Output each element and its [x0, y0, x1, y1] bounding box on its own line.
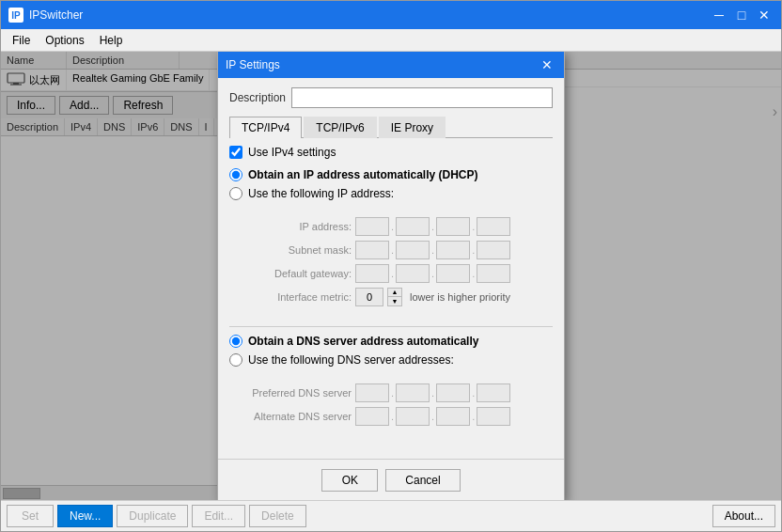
gw-octet-1: [355, 264, 389, 283]
gateway-inputs: . . .: [355, 264, 510, 283]
ip-fields-group: IP address: . . .: [248, 217, 553, 311]
tabs-row: TCP/IPv4 TCP/IPv6 IE Proxy: [229, 116, 553, 138]
dns-fields-group: Preferred DNS server . . .: [248, 383, 553, 430]
menu-options[interactable]: Options: [38, 32, 91, 49]
gateway-row: Default gateway: . . .: [248, 264, 553, 283]
ip-settings-modal: IP Settings ✕ Description TCP/IPv4 TCP/I…: [217, 52, 565, 500]
subnet-mask-row: Subnet mask: . . .: [248, 241, 553, 259]
preferred-dns-row: Preferred DNS server . . .: [248, 383, 553, 402]
dns-manual-label[interactable]: Use the following DNS server addresses:: [248, 353, 454, 367]
title-bar: IP IPSwitcher ─ □ ✕: [1, 1, 781, 29]
tab-tcp-ipv4[interactable]: TCP/IPv4: [229, 117, 302, 138]
gw-octet-2: [396, 264, 430, 283]
manual-ip-radio[interactable]: [229, 187, 242, 200]
description-input[interactable]: [291, 87, 553, 108]
ip-address-label: IP address:: [248, 221, 352, 232]
adns-octet-2: [396, 407, 430, 426]
ip-octet-3: [436, 217, 470, 236]
dns-auto-row: Obtain a DNS server address automaticall…: [229, 335, 553, 348]
main-window: IP IPSwitcher ─ □ ✕ File Options Help Na…: [0, 0, 782, 532]
subnet-mask-inputs: . . .: [355, 241, 510, 259]
dns-radio-section: Obtain a DNS server address automaticall…: [229, 335, 553, 372]
bottom-bar-right: About...: [712, 505, 775, 527]
pdns-octet-1: [355, 383, 389, 402]
bottom-bar-left: Set New... Duplicate Edit... Delete: [7, 505, 306, 527]
dhcp-radio[interactable]: [229, 168, 242, 181]
gw-octet-4: [477, 264, 510, 283]
use-ipv4-label[interactable]: Use IPv4 settings: [248, 146, 336, 159]
menu-help[interactable]: Help: [92, 32, 131, 49]
set-button[interactable]: Set: [7, 505, 54, 527]
alternate-dns-label: Alternate DNS server: [248, 411, 352, 422]
dns-auto-radio[interactable]: [229, 335, 242, 348]
pdns-octet-4: [477, 383, 510, 402]
modal-footer: OK Cancel: [218, 459, 564, 501]
alternate-dns-inputs: . . .: [355, 407, 510, 426]
dhcp-label[interactable]: Obtain an IP address automatically (DHCP…: [248, 168, 478, 181]
close-button[interactable]: ✕: [755, 6, 774, 24]
adns-octet-4: [477, 407, 510, 426]
ok-button[interactable]: OK: [321, 469, 378, 492]
ip-address-inputs: . . .: [355, 217, 510, 236]
main-content: Name Description 以太网 Realtek Gaming GbE …: [1, 52, 781, 500]
dns-auto-label[interactable]: Obtain a DNS server address automaticall…: [248, 335, 478, 348]
menu-file[interactable]: File: [5, 32, 38, 49]
metric-input[interactable]: [355, 288, 383, 306]
metric-spinner: ▲ ▼: [387, 288, 402, 306]
use-ipv4-checkbox[interactable]: [229, 146, 242, 159]
tab-content: Use IPv4 settings Obtain an IP address a…: [229, 146, 553, 449]
modal-body: Description TCP/IPv4 TCP/IPv6 IE Proxy: [218, 78, 564, 459]
manual-ip-radio-row: Use the following IP address:: [229, 187, 553, 200]
gateway-label: Default gateway:: [248, 268, 352, 279]
tab-ie-proxy[interactable]: IE Proxy: [379, 117, 446, 138]
divider: [229, 326, 553, 327]
alternate-dns-row: Alternate DNS server . . .: [248, 407, 553, 426]
preferred-dns-label: Preferred DNS server: [248, 387, 352, 399]
maximize-button[interactable]: □: [732, 6, 751, 24]
minimize-button[interactable]: ─: [710, 6, 728, 24]
duplicate-button[interactable]: Duplicate: [117, 505, 188, 527]
cancel-button[interactable]: Cancel: [385, 469, 460, 492]
ip-octet-2: [396, 217, 430, 236]
description-label: Description: [229, 91, 286, 104]
metric-down-button[interactable]: ▼: [388, 297, 401, 305]
metric-hint: lower is higher priority: [410, 291, 510, 303]
manual-ip-label[interactable]: Use the following IP address:: [248, 187, 394, 200]
delete-button[interactable]: Delete: [249, 505, 306, 527]
subnet-octet-3: [436, 241, 470, 259]
description-row: Description: [229, 87, 553, 108]
app-title: IPSwitcher: [29, 8, 710, 22]
ip-radio-section: Obtain an IP address automatically (DHCP…: [229, 168, 553, 206]
subnet-octet-2: [396, 241, 430, 259]
edit-button[interactable]: Edit...: [192, 505, 245, 527]
metric-label: Interface metric:: [248, 291, 352, 303]
preferred-dns-inputs: . . .: [355, 383, 510, 402]
use-ipv4-row: Use IPv4 settings: [229, 146, 553, 159]
ip-octet-1: [355, 217, 389, 236]
modal-title-bar: IP Settings ✕: [218, 52, 564, 78]
menu-bar: File Options Help: [1, 29, 781, 52]
tab-tcp-ipv6[interactable]: TCP/IPv6: [304, 117, 376, 138]
metric-row: Interface metric: ▲ ▼ lower is higher pr…: [248, 288, 553, 306]
modal-title: IP Settings: [226, 58, 538, 71]
window-controls: ─ □ ✕: [710, 6, 774, 24]
metric-up-button[interactable]: ▲: [388, 289, 401, 297]
gw-octet-3: [436, 264, 470, 283]
subnet-mask-label: Subnet mask:: [248, 244, 352, 256]
dns-manual-row: Use the following DNS server addresses:: [229, 353, 553, 367]
dns-manual-radio[interactable]: [229, 353, 242, 367]
about-button[interactable]: About...: [712, 505, 775, 527]
pdns-octet-3: [436, 383, 470, 402]
app-icon: IP: [8, 8, 23, 23]
ip-octet-4: [477, 217, 510, 236]
modal-overlay: IP Settings ✕ Description TCP/IPv4 TCP/I…: [1, 52, 781, 500]
ip-address-row: IP address: . . .: [248, 217, 553, 236]
new-button[interactable]: New...: [57, 505, 113, 527]
dhcp-radio-row: Obtain an IP address automatically (DHCP…: [229, 168, 553, 181]
pdns-octet-2: [396, 383, 430, 402]
subnet-octet-1: [355, 241, 389, 259]
modal-close-button[interactable]: ✕: [538, 55, 556, 74]
subnet-octet-4: [477, 241, 510, 259]
adns-octet-3: [436, 407, 470, 426]
adns-octet-1: [355, 407, 389, 426]
